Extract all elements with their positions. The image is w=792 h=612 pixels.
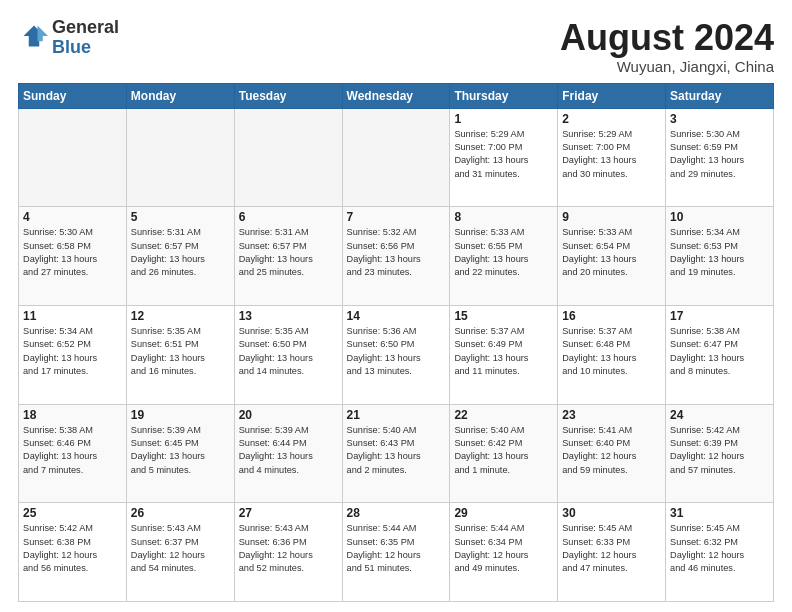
day-number-27: 27 — [239, 506, 338, 520]
day-number-8: 8 — [454, 210, 553, 224]
week-row-5: 25Sunrise: 5:42 AM Sunset: 6:38 PM Dayli… — [19, 503, 774, 602]
day-number-16: 16 — [562, 309, 661, 323]
day-info-15: Sunrise: 5:37 AM Sunset: 6:49 PM Dayligh… — [454, 325, 553, 378]
day-info-29: Sunrise: 5:44 AM Sunset: 6:34 PM Dayligh… — [454, 522, 553, 575]
day-cell-18: 18Sunrise: 5:38 AM Sunset: 6:46 PM Dayli… — [19, 404, 127, 503]
day-number-26: 26 — [131, 506, 230, 520]
day-cell-25: 25Sunrise: 5:42 AM Sunset: 6:38 PM Dayli… — [19, 503, 127, 602]
day-number-28: 28 — [347, 506, 446, 520]
day-cell-30: 30Sunrise: 5:45 AM Sunset: 6:33 PM Dayli… — [558, 503, 666, 602]
logo-icon — [20, 22, 48, 50]
day-cell-24: 24Sunrise: 5:42 AM Sunset: 6:39 PM Dayli… — [666, 404, 774, 503]
day-cell-23: 23Sunrise: 5:41 AM Sunset: 6:40 PM Dayli… — [558, 404, 666, 503]
day-number-17: 17 — [670, 309, 769, 323]
day-info-10: Sunrise: 5:34 AM Sunset: 6:53 PM Dayligh… — [670, 226, 769, 279]
empty-cell — [234, 108, 342, 207]
day-cell-8: 8Sunrise: 5:33 AM Sunset: 6:55 PM Daylig… — [450, 207, 558, 306]
page: General Blue August 2024 Wuyuan, Jiangxi… — [0, 0, 792, 612]
day-info-19: Sunrise: 5:39 AM Sunset: 6:45 PM Dayligh… — [131, 424, 230, 477]
day-info-2: Sunrise: 5:29 AM Sunset: 7:00 PM Dayligh… — [562, 128, 661, 181]
day-cell-21: 21Sunrise: 5:40 AM Sunset: 6:43 PM Dayli… — [342, 404, 450, 503]
day-number-1: 1 — [454, 112, 553, 126]
day-info-25: Sunrise: 5:42 AM Sunset: 6:38 PM Dayligh… — [23, 522, 122, 575]
day-number-22: 22 — [454, 408, 553, 422]
day-number-30: 30 — [562, 506, 661, 520]
day-cell-5: 5Sunrise: 5:31 AM Sunset: 6:57 PM Daylig… — [126, 207, 234, 306]
day-info-26: Sunrise: 5:43 AM Sunset: 6:37 PM Dayligh… — [131, 522, 230, 575]
day-number-25: 25 — [23, 506, 122, 520]
day-number-20: 20 — [239, 408, 338, 422]
day-info-5: Sunrise: 5:31 AM Sunset: 6:57 PM Dayligh… — [131, 226, 230, 279]
week-row-3: 11Sunrise: 5:34 AM Sunset: 6:52 PM Dayli… — [19, 305, 774, 404]
weekday-sunday: Sunday — [19, 83, 127, 108]
weekday-thursday: Thursday — [450, 83, 558, 108]
day-info-7: Sunrise: 5:32 AM Sunset: 6:56 PM Dayligh… — [347, 226, 446, 279]
title-block: August 2024 Wuyuan, Jiangxi, China — [560, 18, 774, 75]
week-row-4: 18Sunrise: 5:38 AM Sunset: 6:46 PM Dayli… — [19, 404, 774, 503]
day-info-18: Sunrise: 5:38 AM Sunset: 6:46 PM Dayligh… — [23, 424, 122, 477]
day-cell-29: 29Sunrise: 5:44 AM Sunset: 6:34 PM Dayli… — [450, 503, 558, 602]
day-number-9: 9 — [562, 210, 661, 224]
day-info-23: Sunrise: 5:41 AM Sunset: 6:40 PM Dayligh… — [562, 424, 661, 477]
day-cell-19: 19Sunrise: 5:39 AM Sunset: 6:45 PM Dayli… — [126, 404, 234, 503]
day-number-10: 10 — [670, 210, 769, 224]
day-cell-11: 11Sunrise: 5:34 AM Sunset: 6:52 PM Dayli… — [19, 305, 127, 404]
day-cell-26: 26Sunrise: 5:43 AM Sunset: 6:37 PM Dayli… — [126, 503, 234, 602]
day-number-5: 5 — [131, 210, 230, 224]
day-number-15: 15 — [454, 309, 553, 323]
day-number-11: 11 — [23, 309, 122, 323]
day-info-30: Sunrise: 5:45 AM Sunset: 6:33 PM Dayligh… — [562, 522, 661, 575]
day-number-2: 2 — [562, 112, 661, 126]
day-cell-12: 12Sunrise: 5:35 AM Sunset: 6:51 PM Dayli… — [126, 305, 234, 404]
day-number-4: 4 — [23, 210, 122, 224]
day-number-23: 23 — [562, 408, 661, 422]
day-info-9: Sunrise: 5:33 AM Sunset: 6:54 PM Dayligh… — [562, 226, 661, 279]
day-cell-9: 9Sunrise: 5:33 AM Sunset: 6:54 PM Daylig… — [558, 207, 666, 306]
day-number-3: 3 — [670, 112, 769, 126]
day-info-27: Sunrise: 5:43 AM Sunset: 6:36 PM Dayligh… — [239, 522, 338, 575]
day-cell-6: 6Sunrise: 5:31 AM Sunset: 6:57 PM Daylig… — [234, 207, 342, 306]
day-cell-10: 10Sunrise: 5:34 AM Sunset: 6:53 PM Dayli… — [666, 207, 774, 306]
day-info-28: Sunrise: 5:44 AM Sunset: 6:35 PM Dayligh… — [347, 522, 446, 575]
day-number-24: 24 — [670, 408, 769, 422]
title-location: Wuyuan, Jiangxi, China — [560, 58, 774, 75]
weekday-saturday: Saturday — [666, 83, 774, 108]
empty-cell — [19, 108, 127, 207]
day-info-20: Sunrise: 5:39 AM Sunset: 6:44 PM Dayligh… — [239, 424, 338, 477]
day-cell-22: 22Sunrise: 5:40 AM Sunset: 6:42 PM Dayli… — [450, 404, 558, 503]
day-info-4: Sunrise: 5:30 AM Sunset: 6:58 PM Dayligh… — [23, 226, 122, 279]
title-month: August 2024 — [560, 18, 774, 58]
day-info-16: Sunrise: 5:37 AM Sunset: 6:48 PM Dayligh… — [562, 325, 661, 378]
svg-marker-1 — [38, 25, 49, 41]
day-number-14: 14 — [347, 309, 446, 323]
day-number-6: 6 — [239, 210, 338, 224]
day-cell-14: 14Sunrise: 5:36 AM Sunset: 6:50 PM Dayli… — [342, 305, 450, 404]
day-number-19: 19 — [131, 408, 230, 422]
day-number-21: 21 — [347, 408, 446, 422]
header: General Blue August 2024 Wuyuan, Jiangxi… — [18, 18, 774, 75]
day-cell-16: 16Sunrise: 5:37 AM Sunset: 6:48 PM Dayli… — [558, 305, 666, 404]
day-info-1: Sunrise: 5:29 AM Sunset: 7:00 PM Dayligh… — [454, 128, 553, 181]
weekday-header-row: SundayMondayTuesdayWednesdayThursdayFrid… — [19, 83, 774, 108]
day-info-11: Sunrise: 5:34 AM Sunset: 6:52 PM Dayligh… — [23, 325, 122, 378]
day-info-6: Sunrise: 5:31 AM Sunset: 6:57 PM Dayligh… — [239, 226, 338, 279]
day-cell-20: 20Sunrise: 5:39 AM Sunset: 6:44 PM Dayli… — [234, 404, 342, 503]
day-cell-17: 17Sunrise: 5:38 AM Sunset: 6:47 PM Dayli… — [666, 305, 774, 404]
week-row-2: 4Sunrise: 5:30 AM Sunset: 6:58 PM Daylig… — [19, 207, 774, 306]
weekday-friday: Friday — [558, 83, 666, 108]
day-info-12: Sunrise: 5:35 AM Sunset: 6:51 PM Dayligh… — [131, 325, 230, 378]
day-info-17: Sunrise: 5:38 AM Sunset: 6:47 PM Dayligh… — [670, 325, 769, 378]
day-info-13: Sunrise: 5:35 AM Sunset: 6:50 PM Dayligh… — [239, 325, 338, 378]
weekday-tuesday: Tuesday — [234, 83, 342, 108]
weekday-monday: Monday — [126, 83, 234, 108]
day-number-7: 7 — [347, 210, 446, 224]
day-number-12: 12 — [131, 309, 230, 323]
weekday-wednesday: Wednesday — [342, 83, 450, 108]
day-info-24: Sunrise: 5:42 AM Sunset: 6:39 PM Dayligh… — [670, 424, 769, 477]
day-info-8: Sunrise: 5:33 AM Sunset: 6:55 PM Dayligh… — [454, 226, 553, 279]
day-info-22: Sunrise: 5:40 AM Sunset: 6:42 PM Dayligh… — [454, 424, 553, 477]
day-cell-13: 13Sunrise: 5:35 AM Sunset: 6:50 PM Dayli… — [234, 305, 342, 404]
day-cell-27: 27Sunrise: 5:43 AM Sunset: 6:36 PM Dayli… — [234, 503, 342, 602]
day-cell-1: 1Sunrise: 5:29 AM Sunset: 7:00 PM Daylig… — [450, 108, 558, 207]
day-cell-28: 28Sunrise: 5:44 AM Sunset: 6:35 PM Dayli… — [342, 503, 450, 602]
